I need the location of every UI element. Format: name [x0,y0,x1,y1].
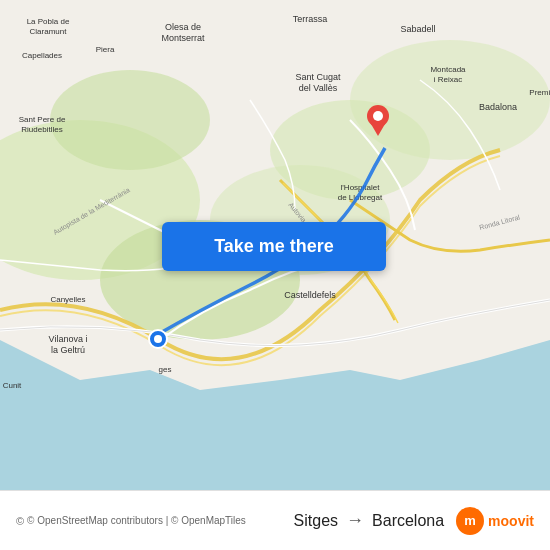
destination-pin [366,104,390,140]
map-attribution: © © OpenStreetMap contributors | © OpenM… [16,515,294,527]
attribution-text: © OpenStreetMap contributors | © OpenMap… [27,515,246,526]
svg-text:del Vallès: del Vallès [299,83,338,93]
svg-text:Canyelles: Canyelles [50,295,85,304]
svg-text:Claramunt: Claramunt [30,27,68,36]
svg-point-38 [373,111,383,121]
svg-point-6 [350,40,550,160]
svg-text:ges: ges [159,365,172,374]
svg-text:Riudebitlles: Riudebitlles [21,125,62,134]
svg-text:Premià: Premià [529,88,550,97]
svg-text:Sabadell: Sabadell [400,24,435,34]
moovit-icon: m [456,507,484,535]
origin-city: Sitges [294,512,338,530]
svg-text:Badalona: Badalona [479,102,517,112]
svg-text:Capellades: Capellades [22,51,62,60]
svg-text:Montserrat: Montserrat [161,33,205,43]
footer: © © OpenStreetMap contributors | © OpenM… [0,490,550,550]
destination-city: Barcelona [372,512,444,530]
route-arrow: → [346,510,364,531]
svg-text:Sant Pere de: Sant Pere de [19,115,66,124]
svg-text:Terrassa: Terrassa [293,14,328,24]
route-info: Sitges → Barcelona [294,510,445,531]
take-me-there-button[interactable]: Take me there [162,222,386,271]
svg-text:la Geltrú: la Geltrú [51,345,85,355]
svg-text:Olesa de: Olesa de [165,22,201,32]
svg-text:Vilanova i: Vilanova i [49,334,88,344]
svg-marker-37 [371,124,385,136]
map-container: Olesa de Montserrat Terrassa Sabadell La… [0,0,550,490]
svg-point-7 [50,70,210,170]
origin-pin [148,329,168,353]
svg-text:Montcada: Montcada [430,65,466,74]
svg-text:Cunit: Cunit [3,381,22,390]
svg-text:Castelldefels: Castelldefels [284,290,336,300]
svg-text:La Pobla de: La Pobla de [27,17,70,26]
moovit-text: moovit [488,513,534,529]
svg-text:i Reixac: i Reixac [434,75,462,84]
svg-text:Sant Cugat: Sant Cugat [295,72,341,82]
svg-text:Piera: Piera [96,45,115,54]
svg-point-40 [154,335,162,343]
moovit-logo: m moovit [456,507,534,535]
copyright-icon: © [16,515,24,527]
